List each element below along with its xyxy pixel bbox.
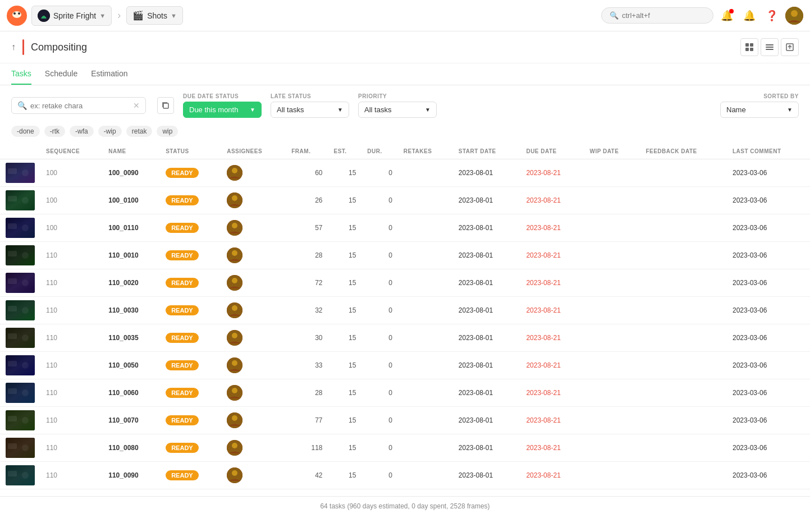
due-date-cell: 2023-08-21: [520, 379, 584, 407]
table-row[interactable]: 110 110_0060 READY 28 15 0 2023-08-01 20…: [0, 379, 810, 407]
priority-filter-group: PRIORITY All tasks ▼: [358, 93, 437, 118]
task-search-box[interactable]: 🔍 ✕: [11, 97, 146, 114]
col-start-date[interactable]: START DATE: [453, 144, 521, 159]
copy-filter-button[interactable]: [157, 97, 174, 114]
alerts-button[interactable]: 🔔: [740, 7, 758, 25]
due-date-filter-group: DUE DATE STATUS Due this month ▼: [183, 93, 262, 118]
svg-rect-12: [766, 47, 774, 48]
late-status-value: All tasks: [277, 106, 304, 114]
start-date-cell: 2023-08-01: [453, 242, 521, 269]
tab-tasks[interactable]: Tasks: [11, 63, 31, 85]
col-assignees[interactable]: ASSIGNEES: [221, 144, 286, 159]
tab-schedule[interactable]: Schedule: [45, 63, 77, 85]
notifications-button[interactable]: 🔔: [718, 7, 736, 25]
col-dur[interactable]: DUR.: [361, 144, 398, 159]
frames-cell: 57: [286, 214, 328, 242]
svg-rect-23: [8, 196, 17, 201]
col-wip-date[interactable]: WIP DATE: [584, 144, 640, 159]
user-avatar[interactable]: [785, 7, 803, 25]
help-button[interactable]: ❓: [763, 7, 781, 25]
sorted-by-value: Name: [726, 106, 746, 114]
status-badge: READY: [166, 195, 199, 205]
app-logo[interactable]: [7, 6, 27, 26]
thumb-cell: [0, 462, 40, 489]
start-date-cell: 2023-08-01: [453, 462, 521, 489]
est-cell: 15: [328, 242, 361, 269]
table-row[interactable]: 110 110_0035 READY 30 15 0 2023-08-01 20…: [0, 324, 810, 352]
late-status-select[interactable]: All tasks ▼: [271, 102, 349, 118]
search-input[interactable]: [622, 11, 705, 20]
list-view-button[interactable]: [761, 38, 779, 56]
col-feedback-date[interactable]: FEEDBACK DATE: [640, 144, 727, 159]
page-title: Compositing: [31, 42, 87, 53]
col-last-comment[interactable]: LAST COMMENT: [727, 144, 810, 159]
assignee-avatar: [227, 357, 242, 373]
tag-wfa[interactable]: -wfa: [70, 126, 94, 137]
global-search[interactable]: 🔍: [601, 7, 713, 24]
tag-wip2[interactable]: wip: [157, 126, 178, 137]
table-row[interactable]: 110 110_0050 READY 33 15 0 2023-08-01 20…: [0, 352, 810, 379]
tag-retak[interactable]: retak: [126, 126, 153, 137]
name-cell: 110_0030: [103, 297, 160, 324]
frames-cell: 32: [286, 297, 328, 324]
table-row[interactable]: 100 100_0100 READY 26 15 0 2023-08-01 20…: [0, 187, 810, 214]
table-row[interactable]: 110 110_0010 READY 28 15 0 2023-08-01 20…: [0, 242, 810, 269]
name-cell: 110_0050: [103, 352, 160, 379]
wip-date-cell: [584, 379, 640, 407]
tag-done[interactable]: -done: [11, 126, 40, 137]
svg-point-1: [12, 11, 21, 18]
col-name[interactable]: NAME: [103, 144, 160, 159]
table-row[interactable]: 110 110_0020 READY 72 15 0 2023-08-01 20…: [0, 269, 810, 297]
project-selector[interactable]: Sprite Fright ▼: [31, 6, 112, 26]
tag-rtk[interactable]: -rtk: [44, 126, 65, 137]
col-frames[interactable]: FRAM.: [286, 144, 328, 159]
frames-cell: 118: [286, 434, 328, 462]
table-row[interactable]: 100 100_0110 READY 57 15 0 2023-08-01 20…: [0, 214, 810, 242]
grid-view-button[interactable]: [740, 38, 758, 56]
table-row[interactable]: 110 110_0030 READY 32 15 0 2023-08-01 20…: [0, 297, 810, 324]
col-due-date[interactable]: DUE DATE: [520, 144, 584, 159]
est-cell: 15: [328, 187, 361, 214]
sequence-cell: 110: [40, 352, 103, 379]
sequence-cell: 110: [40, 462, 103, 489]
last-comment-cell: 2023-03-06: [727, 434, 810, 462]
est-cell: 15: [328, 462, 361, 489]
due-date-cell: 2023-08-21: [520, 352, 584, 379]
back-button[interactable]: ↑: [11, 42, 16, 52]
export-button[interactable]: [781, 38, 799, 56]
dur-cell: 0: [361, 434, 398, 462]
task-search-input[interactable]: [30, 102, 130, 110]
thumb-cell: [0, 297, 40, 324]
svg-rect-28: [8, 223, 17, 229]
svg-point-41: [232, 278, 237, 283]
table-row[interactable]: 110 110_0070 READY 77 15 0 2023-08-01 20…: [0, 407, 810, 434]
frames-cell: 26: [286, 187, 328, 214]
priority-value: All tasks: [364, 106, 391, 114]
assignees-cell: [221, 242, 286, 269]
table-row[interactable]: 110 110_0090 READY 42 15 0 2023-08-01 20…: [0, 462, 810, 489]
sorted-by-select[interactable]: Name ▼: [720, 102, 799, 118]
col-status[interactable]: STATUS: [160, 144, 221, 159]
tag-wip[interactable]: -wip: [98, 126, 122, 137]
shots-selector[interactable]: 🎬 Shots ▼: [126, 6, 183, 25]
priority-select[interactable]: All tasks ▼: [358, 102, 437, 118]
feedback-date-cell: [640, 297, 727, 324]
due-date-select[interactable]: Due this month ▼: [183, 102, 262, 118]
svg-point-29: [22, 224, 29, 231]
est-cell: 15: [328, 159, 361, 187]
table-row[interactable]: 110 110_0080 READY 118 15 0 2023-08-01 2…: [0, 434, 810, 462]
search-clear-button[interactable]: ✕: [133, 101, 140, 110]
dur-cell: 0: [361, 159, 398, 187]
sequence-cell: 110: [40, 269, 103, 297]
col-sequence[interactable]: SEQUENCE: [40, 144, 103, 159]
svg-rect-38: [8, 278, 17, 284]
dur-cell: 0: [361, 214, 398, 242]
col-est[interactable]: EST.: [328, 144, 361, 159]
status-badge: READY: [166, 168, 199, 178]
col-retakes[interactable]: RETAKES: [398, 144, 453, 159]
status-badge: READY: [166, 250, 199, 260]
svg-rect-11: [766, 44, 774, 45]
table-row[interactable]: 100 100_0090 READY 60 15 0 2023-08-01 20…: [0, 159, 810, 187]
tab-estimation[interactable]: Estimation: [91, 63, 127, 85]
last-comment-cell: 2023-03-06: [727, 297, 810, 324]
